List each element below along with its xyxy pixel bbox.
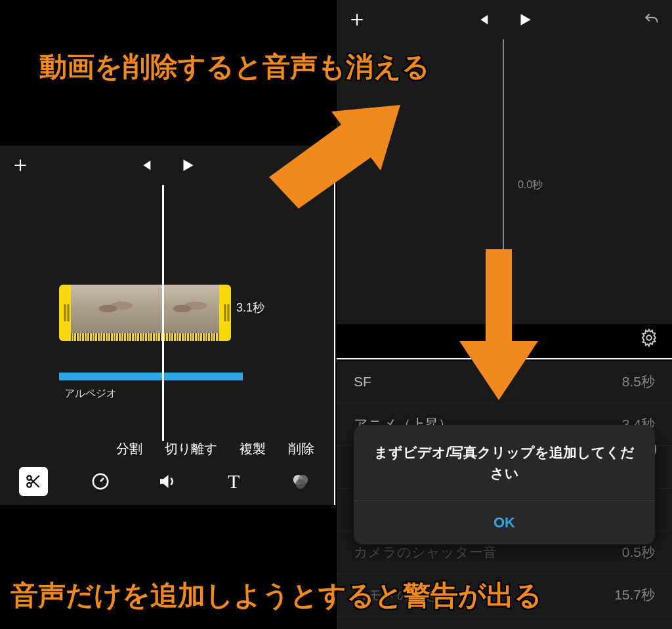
action-delete[interactable]: 削除 <box>288 440 314 458</box>
audio-clip[interactable] <box>59 373 243 380</box>
audio-label: アルペジオ <box>64 387 117 401</box>
clip-duration-label: 3.1秒 <box>236 300 264 315</box>
action-detach[interactable]: 切り離す <box>165 440 217 458</box>
svg-point-0 <box>27 476 32 480</box>
add-icon[interactable] <box>12 157 29 174</box>
skip-back-icon[interactable] <box>138 158 153 172</box>
play-icon[interactable] <box>179 157 196 174</box>
sound-name: カメラのシャッター音 <box>354 543 497 561</box>
volume-icon[interactable] <box>152 467 181 496</box>
undo-icon[interactable] <box>643 11 660 28</box>
svg-marker-10 <box>459 341 538 400</box>
action-split[interactable]: 分割 <box>116 440 142 458</box>
caption-top: 動画を削除すると音声も消える <box>39 49 430 85</box>
filter-icon[interactable] <box>286 467 315 496</box>
clip-trim-left[interactable] <box>59 285 71 341</box>
arrow-down <box>459 249 538 400</box>
sound-duration: 0.5秒 <box>622 543 655 561</box>
svg-rect-9 <box>486 249 512 341</box>
alert-message: まずビデオ/写真クリップを追加してください <box>354 425 655 500</box>
skip-back-icon[interactable] <box>476 12 490 27</box>
caption-bottom: 音声だけを追加しようとすると警告が出る <box>10 577 542 614</box>
svg-point-1 <box>27 483 32 487</box>
alert-dialog: まずビデオ/写真クリップを追加してください OK <box>354 425 655 544</box>
sound-duration: 15.7秒 <box>614 586 655 604</box>
add-icon[interactable] <box>348 11 366 28</box>
svg-marker-8 <box>269 105 400 209</box>
empty-duration-label: 0.0秒 <box>518 178 543 192</box>
arrow-right-up <box>269 105 400 216</box>
clip-thumbnail <box>71 285 219 341</box>
sound-duration: 8.5秒 <box>622 373 655 391</box>
scissors-icon[interactable] <box>19 467 48 496</box>
timeline[interactable]: 3.1秒 アルペジオ <box>0 185 334 441</box>
action-duplicate[interactable]: 複製 <box>240 440 266 458</box>
play-icon[interactable] <box>516 11 534 28</box>
alert-ok-button[interactable]: OK <box>354 500 655 544</box>
playhead[interactable] <box>162 185 164 441</box>
toolbar <box>337 0 672 39</box>
gear-icon[interactable] <box>639 328 659 350</box>
video-clip[interactable] <box>59 285 231 341</box>
sound-name: SF <box>354 374 371 390</box>
clip-trim-right[interactable] <box>219 285 231 341</box>
clip-action-row: 分割 切り離す 複製 削除 <box>96 440 334 458</box>
text-icon[interactable]: T <box>219 467 248 496</box>
speed-icon[interactable] <box>86 467 115 496</box>
svg-point-6 <box>646 335 652 340</box>
bottom-toolbar: T <box>0 458 334 505</box>
svg-point-5 <box>296 479 306 489</box>
